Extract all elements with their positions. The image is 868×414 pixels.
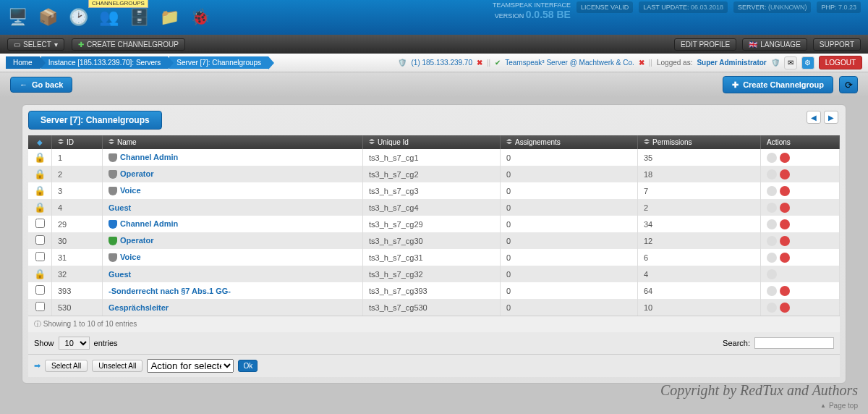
delete-icon[interactable]	[780, 153, 790, 163]
edit-icon[interactable]	[767, 203, 777, 213]
shield-icon	[109, 220, 117, 229]
page-prev-button[interactable]: ◀	[807, 111, 821, 124]
cell-assign: 0	[501, 199, 638, 216]
delete-icon[interactable]	[780, 169, 790, 179]
edit-icon[interactable]	[767, 253, 777, 263]
name-link[interactable]: Voice	[120, 186, 141, 195]
language-button[interactable]: 🇬🇧 LANGUAGE	[742, 38, 807, 51]
table-row: 530Gesprächsleiterts3_h_s7_cg530010	[28, 299, 840, 316]
arrow-icon: ➡	[34, 361, 41, 371]
col-assign[interactable]: Assignements	[501, 135, 638, 149]
refresh-button[interactable]: ⟳	[839, 76, 858, 93]
select-dropdown[interactable]: ▭ SELECT ▾	[7, 38, 64, 51]
page-size-select[interactable]: 10	[59, 337, 90, 350]
go-back-button[interactable]: Go back	[10, 77, 72, 93]
delete-icon[interactable]	[780, 303, 790, 313]
cell-assign: 0	[501, 149, 638, 166]
crumb-home[interactable]: Home	[6, 56, 40, 69]
row-checkbox[interactable]	[35, 252, 45, 261]
cell-perm: 18	[638, 166, 761, 182]
bug-icon[interactable]: 🐞	[190, 7, 210, 28]
name-link[interactable]: Operator	[120, 236, 153, 245]
server-chip: SERVER: (UNKNOWN)	[733, 1, 811, 13]
support-button[interactable]: SUPPORT	[813, 38, 861, 51]
ok-button[interactable]: Ok	[238, 360, 258, 372]
logout-button[interactable]: LOGOUT	[819, 56, 862, 69]
page-top-link[interactable]: Page top	[820, 402, 858, 410]
table-row: 🔒32Guestts3_h_s7_cg3204	[28, 266, 840, 282]
crumb-current[interactable]: Server [7]: Channelgroups	[169, 56, 268, 69]
delete-icon[interactable]	[780, 236, 790, 246]
delete-icon[interactable]	[780, 186, 790, 196]
close-server-icon[interactable]: ✖	[639, 59, 644, 67]
create-channelgroup-action[interactable]: Create Channelgroup	[723, 76, 833, 93]
row-checkbox[interactable]	[35, 235, 45, 245]
name-link[interactable]: Guest	[109, 270, 131, 279]
table-controls: Show 10 entries Search:	[28, 332, 840, 354]
shield-icon	[109, 253, 117, 262]
table-row: 393-Sonderrecht nach §7 Abs.1 GG-ts3_h_s…	[28, 282, 840, 299]
folder-icon[interactable]: 📁	[159, 7, 179, 28]
name-link[interactable]: Operator	[120, 169, 153, 178]
settings-icon[interactable]: ⚙	[801, 56, 814, 69]
delete-icon[interactable]	[780, 203, 790, 213]
create-channelgroup-button[interactable]: CREATE CHANNELGROUP	[72, 38, 185, 51]
search-input[interactable]	[754, 337, 834, 349]
action-subbar: Go back Create Channelgroup ⟳	[0, 72, 868, 97]
main-nav-icons: 🖥️ 📦 🕑 👥 🗄️ 📁 🐞	[7, 7, 210, 28]
edit-icon[interactable]	[767, 269, 777, 279]
cell-assign: 0	[501, 266, 638, 282]
col-id[interactable]: ID	[52, 135, 103, 149]
edit-icon[interactable]	[767, 169, 777, 179]
table-info: Showing 1 to 10 of 10 entries	[28, 316, 840, 332]
name-link[interactable]: Guest	[109, 203, 131, 212]
gauge-icon[interactable]: 🕑	[68, 7, 88, 28]
channelgroups-icon[interactable]: 👥	[98, 7, 119, 28]
dashboard-icon[interactable]: 🖥️	[7, 7, 27, 28]
delete-icon[interactable]	[780, 253, 790, 263]
cell-id: 3	[52, 182, 103, 199]
edit-icon[interactable]	[767, 236, 777, 246]
col-name[interactable]: Name	[103, 135, 363, 149]
row-checkbox[interactable]	[35, 302, 45, 311]
name-link[interactable]: Gesprächsleiter	[109, 303, 169, 312]
unselect-all-button[interactable]: Unselect All	[92, 360, 142, 372]
edit-profile-button[interactable]: EDIT PROFILE	[674, 38, 736, 51]
edit-icon[interactable]	[767, 303, 777, 313]
delete-icon[interactable]	[780, 219, 790, 229]
logged-user[interactable]: Super Administrator	[697, 59, 766, 67]
row-checkbox[interactable]	[35, 219, 45, 228]
close-instance-icon[interactable]: ✖	[477, 59, 482, 67]
edit-icon[interactable]	[767, 286, 777, 296]
crumb-instance[interactable]: Instance [185.133.239.70]: Servers	[41, 56, 169, 69]
name-link[interactable]: Voice	[120, 253, 141, 261]
name-link[interactable]: Channel Admin	[120, 153, 178, 161]
cell-assign: 0	[501, 282, 638, 299]
col-perm[interactable]: Permissions	[638, 135, 761, 149]
table-row: 🔒2Operatorts3_h_s7_cg2018	[28, 166, 840, 182]
delete-icon[interactable]	[780, 286, 790, 296]
col-select[interactable]: ◆	[28, 135, 52, 149]
table-row: 29Channel Admints3_h_s7_cg29034	[28, 216, 840, 232]
col-uid[interactable]: Unique Id	[363, 135, 501, 149]
server-link[interactable]: Teamspeak³ Server @ Machtwerk & Co.	[505, 59, 634, 67]
select-all-button[interactable]: Select All	[45, 360, 88, 372]
cell-id: 30	[52, 232, 103, 249]
cell-uid: ts3_h_s7_cg4	[363, 199, 501, 216]
cell-perm: 10	[638, 299, 761, 316]
name-link[interactable]: -Sonderrecht nach §7 Abs.1 GG-	[109, 287, 231, 295]
edit-icon[interactable]	[767, 219, 777, 229]
edit-icon[interactable]	[767, 153, 777, 163]
page-next-button[interactable]: ▶	[824, 111, 838, 124]
cube-icon[interactable]: 📦	[38, 7, 58, 28]
row-checkbox[interactable]	[35, 285, 45, 295]
mail-icon[interactable]: ✉	[784, 56, 797, 69]
toolbar: ▭ SELECT ▾ CREATE CHANNELGROUP EDIT PROF…	[0, 35, 868, 54]
breadcrumb-bar: Home Instance [185.133.239.70]: Servers …	[0, 54, 868, 72]
edit-icon[interactable]	[767, 186, 777, 196]
name-link[interactable]: Channel Admin	[120, 219, 178, 228]
bulk-action-select[interactable]: Action for selected...	[147, 359, 234, 373]
database-icon[interactable]: 🗄️	[129, 7, 149, 28]
instance-link[interactable]: (1) 185.133.239.70	[411, 59, 472, 67]
shield-icon	[109, 170, 117, 179]
